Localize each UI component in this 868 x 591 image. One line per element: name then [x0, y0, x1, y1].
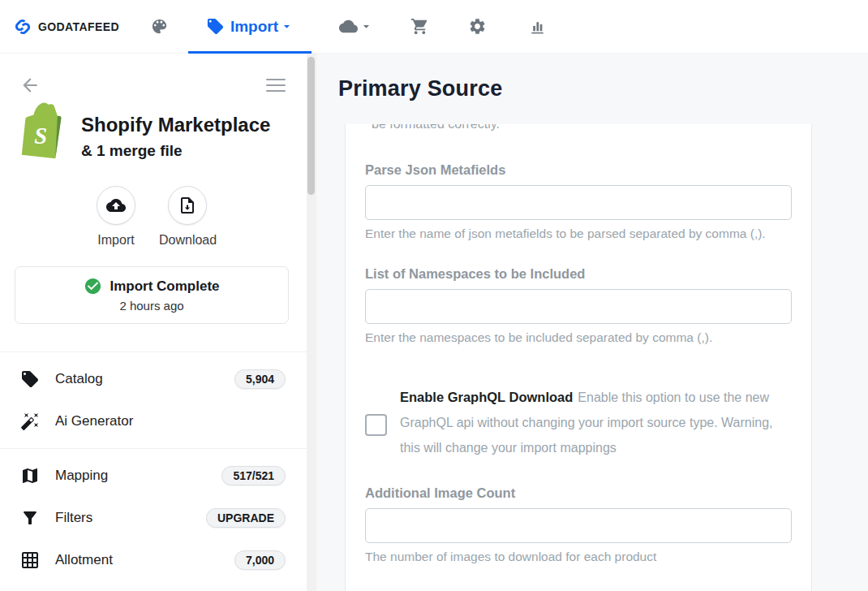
status-timestamp: 2 hours ago — [15, 299, 288, 313]
chevron-down-icon — [280, 19, 294, 33]
active-tab-underline — [188, 51, 312, 54]
top-navbar: GODATAFEED Import — [0, 0, 868, 54]
additional-image-count-input[interactable] — [365, 508, 792, 543]
menu-label: Filters — [55, 510, 92, 526]
import-status-card: Import Complete 2 hours ago — [15, 266, 289, 324]
divider — [0, 448, 307, 449]
brand-name: GODATAFEED — [38, 20, 119, 33]
menu-label: Allotment — [55, 552, 113, 568]
sidebar-scrollbar-track — [307, 54, 316, 591]
additional-image-count-help: The number of images to download for eac… — [365, 550, 792, 564]
divider — [0, 352, 307, 352]
cloud-icon — [339, 17, 358, 36]
back-button[interactable] — [19, 75, 41, 96]
allotment-count-badge: 7,000 — [234, 550, 286, 570]
graphql-option-text: Enable GraphQL DownloadEnable this optio… — [400, 385, 775, 460]
svg-text:S: S — [34, 123, 47, 149]
import-button[interactable] — [97, 186, 135, 225]
enable-graphql-checkbox[interactable] — [365, 414, 387, 436]
file-download-icon — [178, 196, 197, 215]
sidebar-item-allotment[interactable]: Allotment 7,000 — [0, 539, 307, 581]
chevron-down-icon — [359, 19, 373, 33]
map-icon — [20, 466, 40, 485]
magic-wand-icon — [20, 412, 40, 431]
parse-json-metafields-help: Enter the name of json metafields to be … — [365, 226, 792, 241]
cart-icon — [410, 17, 429, 36]
app-window: GODATAFEED Import — [0, 0, 868, 591]
sidebar-item-catalog[interactable]: Catalog 5,904 — [0, 358, 307, 400]
nav-analytics[interactable] — [528, 0, 547, 53]
nav-import[interactable]: Import — [187, 0, 313, 53]
nav-dashboard[interactable] — [150, 0, 169, 53]
arrow-back-icon — [19, 75, 41, 96]
namespaces-label: List of Namespaces to be Included — [365, 266, 792, 282]
grid-icon — [20, 550, 40, 570]
feed-title-block: Shopify Marketplace & 1 merge file — [81, 114, 270, 160]
download-button[interactable] — [168, 186, 207, 225]
catalog-count-badge: 5,904 — [234, 369, 286, 389]
sidebar-item-mapping[interactable]: Mapping 517/521 — [0, 455, 307, 497]
nav-import-label: Import — [230, 18, 278, 36]
feed-sidebar: S Shopify Marketplace & 1 merge file Imp… — [0, 54, 316, 591]
sidebar-menu-button[interactable] — [266, 79, 286, 96]
nav-settings[interactable] — [468, 0, 487, 53]
parse-json-metafields-input[interactable] — [365, 185, 792, 220]
import-button-label: Import — [88, 233, 144, 248]
sidebar-item-ai-generator[interactable]: Ai Generator — [0, 400, 307, 442]
menu-label: Ai Generator — [55, 413, 133, 429]
brand-logo[interactable]: GODATAFEED — [13, 17, 119, 37]
menu-label: Catalog — [55, 371, 103, 387]
main-content: Primary Source be formatted correctly. P… — [316, 54, 868, 591]
palette-icon — [150, 17, 169, 36]
parse-json-metafields-label: Parse Json Metafields — [365, 162, 792, 178]
page-title: Primary Source — [338, 76, 502, 101]
bar-chart-icon — [528, 17, 547, 36]
upgrade-badge: UPGRADE — [206, 508, 286, 528]
sidebar-item-filters[interactable]: Filters UPGRADE — [0, 497, 307, 539]
clipped-help-text: be formatted correctly. — [365, 124, 792, 133]
gear-icon — [468, 17, 487, 36]
feed-subtitle: & 1 merge file — [81, 142, 270, 160]
mapping-count-badge: 517/521 — [221, 466, 286, 485]
graphql-option-row: Enable GraphQL DownloadEnable this optio… — [365, 385, 792, 460]
import-action: Import — [88, 186, 144, 248]
download-action: Download — [159, 186, 216, 248]
nav-export[interactable] — [339, 0, 373, 53]
nav-store[interactable] — [410, 0, 429, 53]
menu-label: Mapping — [55, 468, 108, 484]
filter-funnel-icon — [20, 508, 40, 528]
godatafeed-icon — [13, 17, 32, 37]
sidebar-scrollbar[interactable] — [307, 57, 315, 195]
main-header: Primary Source — [316, 54, 868, 124]
sidebar-menu: Catalog 5,904 Ai Generator Mapping 517/5… — [0, 346, 307, 581]
namespaces-help: Enter the namespaces to be included sepa… — [365, 330, 792, 345]
cloud-upload-icon — [106, 196, 126, 215]
tag-icon — [206, 17, 225, 36]
download-button-label: Download — [159, 233, 216, 248]
status-title: Import Complete — [110, 278, 219, 295]
feed-title: Shopify Marketplace — [81, 114, 270, 136]
primary-source-form: be formatted correctly. Parse Json Metaf… — [345, 124, 812, 591]
tag-icon — [20, 369, 40, 389]
additional-image-count-label: Additional Image Count — [365, 485, 792, 501]
graphql-option-label: Enable GraphQL Download — [400, 390, 573, 404]
check-circle-icon — [84, 277, 102, 296]
namespaces-input[interactable] — [365, 289, 792, 324]
shopify-logo: S — [18, 102, 70, 159]
